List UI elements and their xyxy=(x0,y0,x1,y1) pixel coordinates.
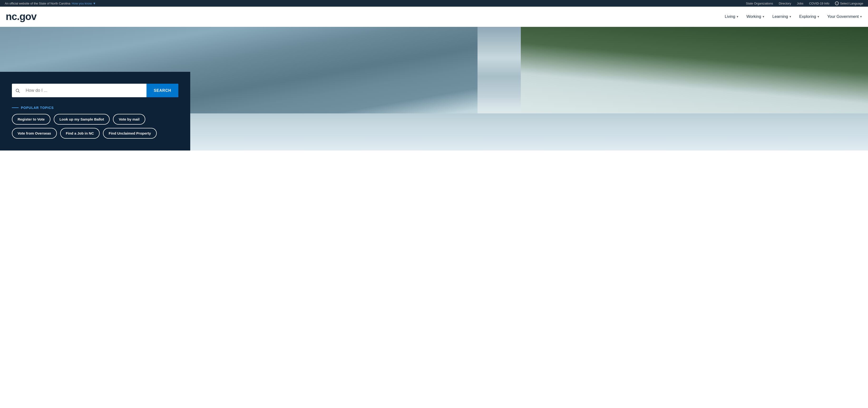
chevron-down-icon: ▼ xyxy=(789,15,792,18)
nav-learning[interactable]: Learning ▼ xyxy=(772,14,792,19)
site-logo[interactable]: nc.gov xyxy=(6,11,36,22)
chevron-down-icon: ▼ xyxy=(817,15,820,18)
how-you-know-link[interactable]: How you know ▼ xyxy=(72,2,96,5)
nav-working[interactable]: Working ▼ xyxy=(746,14,765,19)
nav-exploring[interactable]: Exploring ▼ xyxy=(799,14,820,19)
topic-row-2: Vote from Overseas Find a Job in NC Find… xyxy=(12,128,178,138)
nav-living[interactable]: Living ▼ xyxy=(724,14,739,19)
topic-buttons: Register to Vote Look up my Sample Ballo… xyxy=(12,114,178,138)
select-language-label: Select Language xyxy=(840,2,863,5)
site-header: nc.gov Living ▼ Working ▼ Learning ▼ Exp… xyxy=(0,7,868,27)
topic-vote-by-mail[interactable]: Vote by mail xyxy=(113,114,145,125)
chevron-down-icon: ▼ xyxy=(736,15,739,18)
nav-your-government[interactable]: Your Government ▼ xyxy=(827,14,862,19)
popular-topics-label: POPULAR TOPICS xyxy=(12,106,178,109)
top-bar-left: An official website of the State of Nort… xyxy=(5,2,96,5)
svg-line-1 xyxy=(19,91,20,93)
globe-icon: ○ xyxy=(835,1,839,5)
hero-section: SEARCH POPULAR TOPICS Register to Vote L… xyxy=(0,27,868,151)
nav-living-label: Living xyxy=(724,14,735,19)
covid-info-link[interactable]: COVID-19 Info xyxy=(809,2,829,5)
top-bar-right: State Organizations Directory Jobs COVID… xyxy=(746,1,863,5)
search-icon xyxy=(15,88,20,93)
topic-unclaimed-property[interactable]: Find Unclaimed Property xyxy=(103,128,157,138)
top-bar: An official website of the State of Nort… xyxy=(0,0,868,7)
directory-link[interactable]: Directory xyxy=(779,2,791,5)
jobs-link[interactable]: Jobs xyxy=(797,2,803,5)
official-text: An official website of the State of Nort… xyxy=(5,2,70,5)
topic-find-job[interactable]: Find a Job in NC xyxy=(60,128,100,138)
topic-register-to-vote[interactable]: Register to Vote xyxy=(12,114,51,125)
nav-learning-label: Learning xyxy=(772,14,788,19)
search-box: SEARCH xyxy=(12,84,178,97)
chevron-down-icon: ▼ xyxy=(93,2,96,5)
hero-panel: SEARCH POPULAR TOPICS Register to Vote L… xyxy=(0,72,190,151)
svg-point-0 xyxy=(16,89,19,92)
select-language-button[interactable]: ○ Select Language xyxy=(835,1,863,5)
chevron-down-icon: ▼ xyxy=(762,15,765,18)
search-icon-wrap xyxy=(12,84,23,97)
nav-exploring-label: Exploring xyxy=(799,14,816,19)
topic-vote-overseas[interactable]: Vote from Overseas xyxy=(12,128,57,138)
chevron-down-icon: ▼ xyxy=(860,15,862,18)
how-you-know-label: How you know xyxy=(72,2,92,5)
nav-working-label: Working xyxy=(746,14,761,19)
state-organizations-link[interactable]: State Organizations xyxy=(746,2,773,5)
search-button[interactable]: SEARCH xyxy=(147,84,178,97)
topic-sample-ballot[interactable]: Look up my Sample Ballot xyxy=(54,114,110,125)
main-nav: Living ▼ Working ▼ Learning ▼ Exploring … xyxy=(724,14,862,19)
topic-row-1: Register to Vote Look up my Sample Ballo… xyxy=(12,114,178,125)
nav-your-government-label: Your Government xyxy=(827,14,859,19)
search-input[interactable] xyxy=(23,84,147,97)
